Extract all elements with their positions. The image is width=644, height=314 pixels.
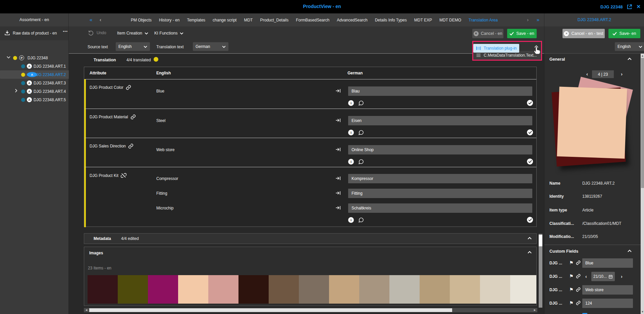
tree-item-art4[interactable]: A DJG 22348.ART.4 xyxy=(0,87,68,96)
raw-data-label[interactable]: Raw data of product - en xyxy=(13,31,57,36)
vertical-scrollbar[interactable] xyxy=(539,234,542,308)
panel-scrollbar[interactable]: ▲ ▼ xyxy=(641,54,644,314)
tree-item-art2-selected[interactable]: A DJG 22348.ART.2 xyxy=(0,70,74,79)
image-thumbnail[interactable] xyxy=(118,275,148,304)
tab-templates[interactable]: Templates xyxy=(187,18,205,22)
tab-mdt-demo[interactable]: MDT DEMO xyxy=(439,18,461,22)
translation-input[interactable] xyxy=(348,189,532,198)
flag-icon[interactable]: ⚑ xyxy=(569,260,574,265)
next-item-icon[interactable]: › xyxy=(621,71,623,77)
info-icon[interactable]: i xyxy=(348,100,354,106)
image-thumbnail[interactable] xyxy=(450,275,480,304)
panel-language-select[interactable]: English xyxy=(615,42,644,51)
link-icon[interactable] xyxy=(576,287,581,292)
item-creation-dropdown[interactable]: Item Creation xyxy=(117,31,148,36)
metadata-section[interactable]: Metadata 4/4 edited xyxy=(84,233,537,244)
date-field[interactable]: 21/10... xyxy=(591,272,615,281)
link-icon[interactable] xyxy=(576,274,581,278)
tab-pm-objects[interactable]: PM Objects xyxy=(131,18,152,22)
scroll-up-icon[interactable]: ▲ xyxy=(641,54,644,57)
chevron-up-icon[interactable] xyxy=(628,58,632,60)
tab-product-details[interactable]: Product_Details xyxy=(260,18,288,22)
source-language-select[interactable]: English xyxy=(116,42,150,51)
chevron-collapsed-icon[interactable] xyxy=(15,89,17,92)
transfer-arrow-icon[interactable] xyxy=(335,88,341,93)
tab-mdt[interactable]: MDT xyxy=(244,18,253,22)
custom-field-input[interactable] xyxy=(582,299,633,308)
save-en-button[interactable]: Save- en xyxy=(608,29,640,38)
comment-icon[interactable] xyxy=(358,159,364,165)
plugin-option-translation-plugin[interactable]: Translation plug-in xyxy=(473,44,519,53)
prev-item-icon[interactable]: ‹ xyxy=(586,71,588,77)
translation-input[interactable] xyxy=(348,116,532,125)
undo-button[interactable]: Undo xyxy=(88,30,106,36)
ki-functions-dropdown[interactable]: KI Functions xyxy=(154,31,183,36)
collapse-all-icon[interactable]: « xyxy=(90,17,92,22)
chevron-expanded-icon[interactable] xyxy=(7,56,10,59)
tree-item-art3[interactable]: A DJG 22348.ART.3 xyxy=(0,79,68,87)
tab-details-info-types[interactable]: Details Info Types xyxy=(375,18,407,22)
translation-input[interactable] xyxy=(348,174,532,183)
date-prev-icon[interactable]: ‹ xyxy=(585,274,587,279)
tree-item-art5[interactable]: A DJG 22348.ART.5 xyxy=(0,96,68,104)
image-thumbnail[interactable] xyxy=(389,275,420,304)
translation-input[interactable] xyxy=(348,145,532,154)
transfer-arrow-icon[interactable] xyxy=(335,205,341,210)
transfer-arrow-icon[interactable] xyxy=(335,147,341,152)
expand-all-icon[interactable]: » xyxy=(537,17,539,22)
tab-mdt-exp[interactable]: MDT EXP xyxy=(414,18,432,22)
info-icon[interactable]: i xyxy=(348,159,354,165)
info-icon[interactable]: i xyxy=(348,217,354,223)
image-thumbnail[interactable] xyxy=(208,275,238,304)
custom-field-input[interactable] xyxy=(582,285,633,295)
back-icon[interactable]: ‹ xyxy=(100,17,101,22)
scroll-right-icon[interactable]: ► xyxy=(533,308,536,312)
image-thumbnail[interactable] xyxy=(359,275,389,304)
image-thumbnail[interactable] xyxy=(238,275,269,304)
chevron-up-icon[interactable] xyxy=(628,250,632,252)
export-icon[interactable] xyxy=(627,4,632,10)
more-options-icon[interactable]: ••• xyxy=(63,29,68,33)
translation-input[interactable] xyxy=(348,203,532,213)
tree-item-djg-22348[interactable]: P DJG 22348 xyxy=(0,54,68,62)
save-button[interactable]: Save - en xyxy=(507,29,537,38)
tab-translation-area[interactable]: Translation Area xyxy=(469,18,498,22)
target-language-select[interactable]: German xyxy=(193,42,228,51)
cancel-test-button[interactable]: ✕ Cancel - en - test xyxy=(562,29,605,38)
translation-input[interactable] xyxy=(348,86,532,96)
link-icon[interactable] xyxy=(576,301,581,305)
chevron-up-icon[interactable] xyxy=(528,251,532,254)
cancel-button[interactable]: ✕ Cancel - en xyxy=(472,29,503,38)
info-icon[interactable]: i xyxy=(348,130,354,135)
image-thumbnail[interactable] xyxy=(510,275,537,304)
scroll-down-icon[interactable]: ▼ xyxy=(641,310,644,313)
image-thumbnail[interactable] xyxy=(480,275,510,304)
custom-field-input[interactable] xyxy=(582,258,633,268)
flag-icon[interactable]: ⚑ xyxy=(569,287,574,292)
image-thumbnail[interactable] xyxy=(420,275,450,304)
image-thumbnail[interactable] xyxy=(178,275,208,304)
transfer-arrow-icon[interactable] xyxy=(335,190,341,196)
close-icon[interactable]: ✕ xyxy=(636,4,641,10)
scrollbar-thumb[interactable] xyxy=(539,235,542,246)
scrollbar-thumb[interactable] xyxy=(641,58,644,188)
tab-history[interactable]: History - en xyxy=(159,18,179,22)
image-thumbnail[interactable] xyxy=(88,275,118,304)
tab-advancedsearch[interactable]: AdvancedSearch xyxy=(337,18,367,22)
link-icon[interactable] xyxy=(576,260,581,265)
comment-icon[interactable] xyxy=(358,100,364,106)
transfer-arrow-icon[interactable] xyxy=(335,118,341,123)
tree-item-art1[interactable]: A DJG 22348.ART.1 xyxy=(0,62,68,70)
flag-icon[interactable]: ⚑ xyxy=(569,300,574,306)
tab-formbasedsearch[interactable]: FormBasedSearch xyxy=(296,18,329,22)
forward-icon[interactable]: › xyxy=(527,17,529,22)
transfer-arrow-icon[interactable] xyxy=(335,176,341,181)
date-next-icon[interactable]: › xyxy=(621,274,623,279)
comment-icon[interactable] xyxy=(358,130,364,135)
download-icon[interactable] xyxy=(4,30,10,36)
scroll-left-icon[interactable]: ◄ xyxy=(85,308,88,312)
flag-icon[interactable]: ⚑ xyxy=(569,273,574,279)
image-thumbnail[interactable] xyxy=(269,275,299,304)
image-thumbnail[interactable] xyxy=(329,275,359,304)
image-thumbnail[interactable] xyxy=(148,275,178,304)
